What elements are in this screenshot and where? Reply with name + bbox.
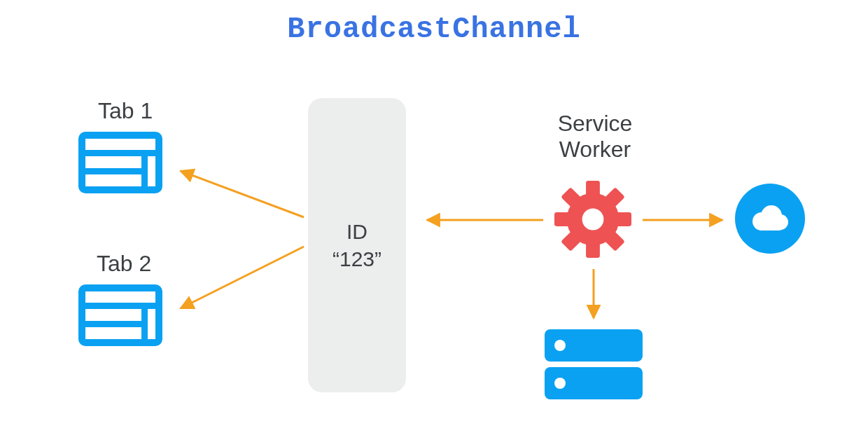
tab1-label: Tab 1 [98,98,153,124]
browser-window-icon [78,132,162,193]
diagram-stage: BroadcastChannel Tab 1 Tab 2 ID “123” Se… [0,0,868,440]
gear-icon [554,181,631,258]
browser-window-icon [78,284,162,346]
svg-rect-13 [757,220,784,231]
svg-point-9 [582,209,604,231]
server-icon [545,329,643,405]
channel-id-label-line2: “123” [308,245,406,273]
tab2-label: Tab 2 [97,251,151,277]
diagram-title: BroadcastChannel [0,13,868,46]
arrow-channel-to-tab2 [181,247,304,308]
channel-id-label-line1: ID [308,218,406,245]
service-worker-label: Service Worker [532,111,658,163]
arrow-channel-to-tab1 [181,171,304,217]
cloud-icon [735,184,805,254]
broadcast-channel-box: ID “123” [308,98,406,392]
